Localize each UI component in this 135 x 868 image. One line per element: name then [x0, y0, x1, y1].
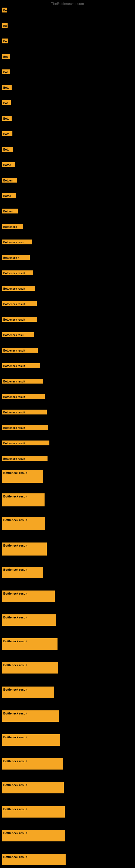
bar-item-37: Bottleneck result: [2, 614, 56, 627]
bar-label-12: Bottlen: [2, 178, 17, 183]
bar-label-43: Bottleneck result: [2, 758, 63, 770]
bar-item-27: Bottleneck result: [2, 410, 47, 415]
bar-label-15: Bottleneck: [2, 224, 23, 229]
bar-label-11: Bottle: [2, 162, 15, 167]
bar-item-16: Bottleneck resu: [2, 240, 32, 246]
bar-label-22: Bottleneck resu: [2, 332, 34, 337]
site-title: TheBottlenecker.com: [51, 2, 84, 6]
bar-item-25: Bottleneck result: [2, 379, 43, 384]
bar-item-29: Bottleneck result: [2, 440, 49, 446]
bar-item-2: Bo: [2, 23, 8, 29]
bar-label-35: Bottleneck result: [2, 567, 43, 578]
bar-label-20: Bottleneck result: [2, 301, 37, 306]
bar-label-41: Bottleneck result: [2, 710, 59, 722]
bar-label-37: Bottleneck result: [2, 614, 56, 626]
bar-label-17: Bottleneck r: [2, 255, 30, 260]
bar-item-24: Bottleneck result: [2, 363, 40, 369]
bar-label-3: Bo: [2, 38, 8, 43]
bar-label-44: Bottleneck result: [2, 782, 64, 794]
bar-item-14: Bottlen: [2, 209, 18, 215]
bar-item-39: Bottleneck result: [2, 662, 58, 675]
bar-item-44: Bottleneck result: [2, 782, 64, 795]
bar-label-2: Bo: [2, 23, 8, 28]
bar-label-5: Bot: [2, 69, 10, 74]
bar-label-10: Bott: [2, 147, 13, 152]
bar-label-47: Bottleneck result: [2, 854, 65, 865]
bar-item-40: Bottleneck result: [2, 686, 54, 699]
bar-label-42: Bottleneck result: [2, 734, 60, 746]
bar-label-16: Bottleneck resu: [2, 240, 32, 244]
bar-item-33: Bottleneck result: [2, 517, 45, 531]
bar-label-28: Bottleneck result: [2, 425, 48, 430]
bar-item-3: Bo: [2, 38, 8, 44]
bar-label-9: Bott: [2, 131, 12, 136]
bar-item-42: Bottleneck result: [2, 734, 60, 747]
bar-item-32: Bottleneck result: [2, 493, 45, 507]
bar-item-19: Bottleneck result: [2, 286, 35, 292]
bar-label-23: Bottleneck result: [2, 348, 38, 352]
bar-label-29: Bottleneck result: [2, 440, 49, 445]
bar-label-4: Bot: [2, 54, 10, 59]
bar-item-47: Bottleneck result: [2, 854, 65, 866]
bar-label-39: Bottleneck result: [2, 662, 58, 674]
bar-item-15: Bottleneck: [2, 224, 23, 230]
bar-label-6: Bott: [2, 85, 12, 90]
bar-label-46: Bottleneck result: [2, 830, 65, 841]
bar-label-21: Bottleneck result: [2, 317, 37, 322]
bar-item-35: Bottleneck result: [2, 567, 43, 579]
bar-label-18: Bottleneck result: [2, 271, 33, 275]
bar-item-7: Bot: [2, 100, 11, 106]
bar-item-41: Bottleneck result: [2, 710, 59, 723]
bar-label-45: Bottleneck result: [2, 806, 65, 817]
bar-label-33: Bottleneck result: [2, 517, 45, 530]
bar-label-36: Bottleneck result: [2, 590, 55, 602]
bar-item-20: Bottleneck result: [2, 301, 37, 307]
bar-label-7: Bot: [2, 100, 11, 105]
bar-item-4: Bot: [2, 54, 10, 60]
bar-label-31: Bottleneck result: [2, 470, 43, 483]
bar-label-24: Bottleneck result: [2, 363, 40, 368]
bar-item-10: Bott: [2, 147, 13, 153]
bar-item-26: Bottleneck result: [2, 394, 45, 400]
bar-label-30: Bottleneck result: [2, 456, 48, 461]
bar-item-31: Bottleneck result: [2, 470, 43, 484]
bar-item-6: Bott: [2, 85, 12, 91]
bar-item-22: Bottleneck resu: [2, 332, 34, 338]
bar-label-32: Bottleneck result: [2, 493, 45, 506]
bar-item-1: Bo: [2, 8, 7, 13]
bar-label-40: Bottleneck result: [2, 686, 54, 698]
bar-item-23: Bottleneck result: [2, 348, 38, 354]
bar-item-9: Bott: [2, 131, 12, 137]
bar-item-11: Bottle: [2, 162, 15, 168]
bar-label-13: Bottle: [2, 193, 16, 198]
bar-label-1: Bo: [2, 8, 7, 12]
bar-item-13: Bottle: [2, 193, 16, 199]
bar-label-26: Bottleneck result: [2, 394, 45, 399]
bar-label-19: Bottleneck result: [2, 286, 35, 291]
bar-item-28: Bottleneck result: [2, 425, 48, 431]
bar-item-30: Bottleneck result: [2, 456, 48, 462]
bar-item-34: Bottleneck result: [2, 542, 47, 557]
bar-item-36: Bottleneck result: [2, 590, 55, 603]
bar-item-17: Bottleneck r: [2, 255, 30, 261]
bar-label-38: Bottleneck result: [2, 638, 57, 650]
bar-label-25: Bottleneck result: [2, 379, 43, 383]
bar-item-46: Bottleneck result: [2, 830, 65, 842]
bar-item-43: Bottleneck result: [2, 758, 63, 771]
bar-item-18: Bottleneck result: [2, 271, 33, 276]
bar-item-21: Bottleneck result: [2, 317, 37, 323]
bar-label-34: Bottleneck result: [2, 542, 47, 556]
bar-label-8: Bott: [2, 116, 12, 121]
bar-item-8: Bott: [2, 116, 12, 122]
bar-item-5: Bot: [2, 69, 10, 75]
bar-item-12: Bottlen: [2, 178, 17, 184]
bar-label-14: Bottlen: [2, 209, 18, 214]
bar-item-38: Bottleneck result: [2, 638, 57, 651]
bar-label-27: Bottleneck result: [2, 410, 47, 414]
bar-item-45: Bottleneck result: [2, 806, 65, 818]
